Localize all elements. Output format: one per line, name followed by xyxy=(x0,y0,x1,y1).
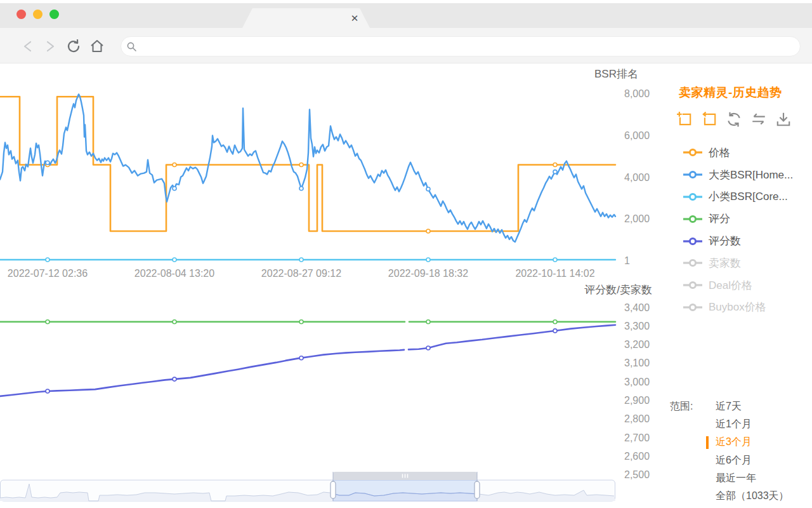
rating-chart-axis-name: 评分数/卖家数 xyxy=(584,284,652,296)
range-label: 范围: xyxy=(670,400,693,413)
legend-item-3[interactable]: 评分 xyxy=(683,208,810,230)
range-option-1[interactable]: 近1个月 xyxy=(706,415,808,433)
scrollbar-grip-icon xyxy=(407,474,409,478)
bsr-chart-x-tick: 2022-07-12 02:36 xyxy=(8,268,88,279)
scrollbar-selection[interactable] xyxy=(333,480,477,501)
page-title: 卖家精灵-历史趋势 xyxy=(679,84,797,101)
chart-legend: 价格 大类BSR[Home... 小类BSR[Core... 评分 评分数 卖家… xyxy=(683,142,810,318)
rating-count-marker xyxy=(173,377,176,381)
legend-item-2[interactable]: 小类BSR[Core... xyxy=(683,186,810,208)
rating-marker xyxy=(46,320,49,324)
range-option-4[interactable]: 最近一年 xyxy=(706,469,808,487)
range-option-2[interactable]: 近3个月 xyxy=(706,434,808,451)
range-option-label: 近1个月 xyxy=(716,418,752,431)
area-zoom-icon[interactable] xyxy=(676,111,693,128)
legend-item-label: 价格 xyxy=(709,145,730,160)
tab-close-icon[interactable]: ✕ xyxy=(349,13,360,24)
rating-chart-y-tick: 3,000 xyxy=(624,377,650,387)
scrollbar-grip-icon xyxy=(402,474,403,478)
rating-marker xyxy=(553,320,557,324)
scrollbar-handle[interactable] xyxy=(475,481,480,498)
zoom-reset-icon[interactable] xyxy=(701,111,717,128)
legend-item-label: 卖家数 xyxy=(709,256,741,271)
legend-marker-icon xyxy=(683,192,702,202)
main-category-bsr-marker xyxy=(553,170,557,174)
main-category-bsr-marker xyxy=(46,161,49,164)
scrollbar-handle[interactable] xyxy=(331,481,336,498)
range-option-label: 近3个月 xyxy=(716,436,752,449)
bsr-chart-y-tick: 4,000 xyxy=(624,172,650,183)
rating-chart-y-tick: 3,200 xyxy=(624,339,650,350)
bsr-chart-axis-name: BSR排名 xyxy=(594,68,638,80)
chart-toolbox xyxy=(676,111,803,128)
home-icon[interactable] xyxy=(89,38,105,55)
bsr-chart-y-tick: 6,000 xyxy=(624,130,650,141)
minimize-window-button[interactable] xyxy=(33,10,43,19)
trend-charts-canvas: BSR排名8,0006,0004,0002,00012022-07-12 02:… xyxy=(0,64,660,508)
legend-item-1[interactable]: 大类BSR[Home... xyxy=(683,164,810,186)
rating-marker xyxy=(173,320,176,324)
browser-tab-strip xyxy=(0,3,812,28)
rating-chart-y-tick: 2,700 xyxy=(624,432,650,443)
rating-count-marker xyxy=(299,356,303,360)
maximize-window-button[interactable] xyxy=(49,10,59,19)
legend-item-label: 小类BSR[Core... xyxy=(709,189,788,204)
sub-category-bsr-marker xyxy=(173,258,176,262)
legend-item-label: Buybox价格 xyxy=(709,300,766,314)
sub-category-bsr-marker xyxy=(299,258,303,262)
legend-marker-icon xyxy=(683,147,702,157)
bsr-chart-x-tick: 2022-08-27 09:12 xyxy=(261,268,341,279)
range-option-5[interactable]: 全部（1033天） xyxy=(706,487,808,505)
range-option-0[interactable]: 近7天 xyxy=(706,398,808,415)
legend-marker-icon xyxy=(683,236,702,246)
rating-chart-y-tick: 2,600 xyxy=(624,451,650,462)
rating-chart-y-tick: 3,100 xyxy=(624,358,650,368)
legend-item-label: 大类BSR[Home... xyxy=(709,168,793,182)
rating-count-line xyxy=(409,325,615,350)
address-input[interactable] xyxy=(142,39,776,53)
rating-chart-y-tick: 3,300 xyxy=(624,321,650,331)
search-icon xyxy=(126,41,137,52)
legend-marker-icon xyxy=(683,302,702,312)
reload-icon[interactable] xyxy=(65,38,82,55)
download-icon[interactable] xyxy=(775,111,792,128)
legend-item-4[interactable]: 评分数 xyxy=(683,230,810,252)
range-option-label: 全部（1033天） xyxy=(716,490,789,503)
rating-count-line xyxy=(0,350,404,396)
sub-category-bsr-marker xyxy=(553,258,557,262)
range-option-3[interactable]: 近6个月 xyxy=(706,451,808,469)
price-marker xyxy=(426,229,430,233)
price-marker xyxy=(553,163,557,167)
legend-item-6[interactable]: Deal价格 xyxy=(683,274,810,297)
rating-count-marker xyxy=(553,329,557,333)
legend-item-label: 评分 xyxy=(709,211,730,226)
legend-marker-icon xyxy=(683,258,702,268)
back-icon[interactable] xyxy=(20,38,36,55)
legend-item-7[interactable]: Buybox价格 xyxy=(683,297,810,319)
legend-item-label: 评分数 xyxy=(709,234,741,248)
rating-chart-y-tick: 2,800 xyxy=(624,413,650,424)
bsr-chart-y-tick: 2,000 xyxy=(624,213,650,224)
legend-marker-icon xyxy=(683,214,702,224)
bsr-chart-x-tick: 2022-09-18 18:32 xyxy=(388,268,468,279)
sub-category-bsr-marker xyxy=(46,258,49,262)
swap-icon[interactable] xyxy=(750,111,767,128)
sub-category-bsr-marker xyxy=(426,258,430,262)
bsr-chart-y-tick: 1 xyxy=(624,255,630,266)
forward-icon[interactable] xyxy=(42,38,58,55)
rating-count-marker xyxy=(46,389,49,393)
legend-item-5[interactable]: 卖家数 xyxy=(683,252,810,274)
main-category-bsr-marker xyxy=(173,187,176,190)
rating-chart-y-tick: 2,900 xyxy=(624,395,650,406)
main-category-bsr-marker xyxy=(426,187,430,191)
rating-marker xyxy=(426,320,430,324)
bsr-chart-x-tick: 2022-08-04 13:20 xyxy=(134,268,214,279)
close-window-button[interactable] xyxy=(16,10,26,19)
refresh-icon[interactable] xyxy=(726,111,742,128)
rating-chart-y-tick: 2,500 xyxy=(624,469,650,480)
main-category-bsr-line xyxy=(0,94,615,242)
legend-item-0[interactable]: 价格 xyxy=(683,142,810,164)
bsr-chart-x-tick: 2022-10-11 14:02 xyxy=(515,268,594,279)
rating-marker xyxy=(299,320,303,324)
range-option-label: 最近一年 xyxy=(716,472,756,485)
